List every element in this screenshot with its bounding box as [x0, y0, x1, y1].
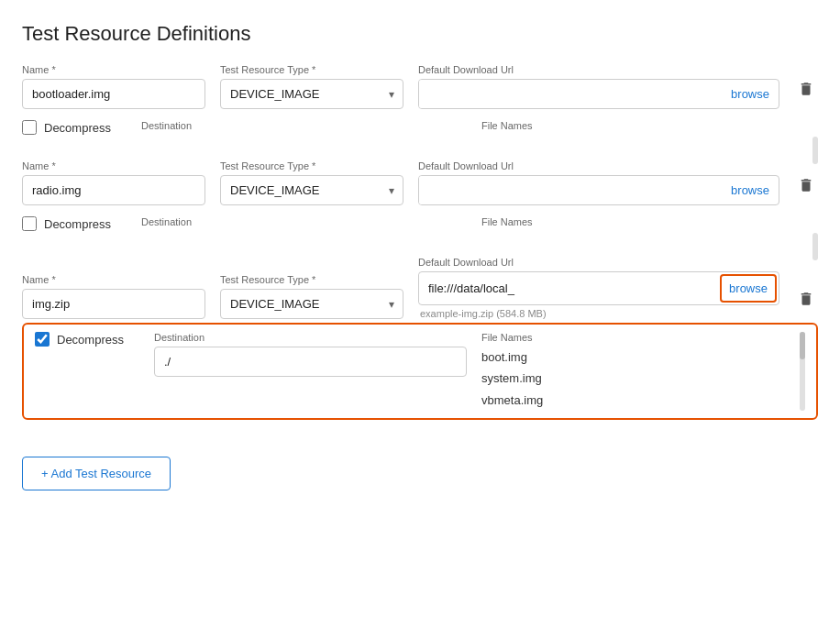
name-input-3[interactable] — [22, 289, 205, 319]
delete-btn-3[interactable] — [794, 283, 818, 319]
destination-label-2: Destination — [141, 216, 467, 227]
filename-item: vbmeta.img — [481, 390, 794, 411]
filenames-scrollbar-1[interactable] — [812, 137, 818, 164]
filenames-scrollbar-thumb-3 — [800, 332, 805, 359]
type-select-2[interactable]: DEVICE_IMAGEDEVICE_FILEDEVICE_DIR — [220, 175, 403, 205]
filenames-scrollbar-2[interactable] — [812, 233, 818, 260]
filenames-scrollbar-3[interactable] — [800, 332, 805, 411]
filename-item: system.img — [481, 368, 794, 389]
name-label-3: Name * — [22, 274, 205, 285]
url-input-2[interactable] — [419, 176, 722, 204]
url-label-1: Default Download Url — [418, 64, 779, 75]
name-group-1: Name * — [22, 64, 205, 109]
decompress-row-1: Decompress Destination File Names — [22, 113, 818, 142]
destination-area-1: Destination — [141, 120, 467, 135]
decompress-row-2: Decompress Destination File Names — [22, 209, 818, 238]
destination-label-1: Destination — [141, 120, 467, 131]
url-hint-3: example-img.zip (584.8 MB) — [418, 308, 779, 319]
filenames-area-1: File Names — [481, 120, 818, 135]
url-label-2: Default Download Url — [418, 160, 779, 171]
type-select-wrap-1: DEVICE_IMAGEDEVICE_FILEDEVICE_DIR ▾ — [220, 79, 403, 109]
browse-btn-2[interactable]: browse — [722, 176, 779, 204]
url-group-2: Default Download Url browse — [418, 160, 779, 205]
url-group-3: Default Download Url browse example-img.… — [418, 257, 779, 319]
type-group-1: Test Resource Type * DEVICE_IMAGEDEVICE_… — [220, 64, 403, 109]
name-label-2: Name * — [22, 160, 205, 171]
url-group-1: Default Download Url browse — [418, 64, 779, 109]
filenames-label-1: File Names — [481, 120, 807, 131]
url-input-3[interactable] — [419, 274, 718, 303]
destination-label-3: Destination — [154, 332, 467, 343]
decompress-label-3: Decompress — [57, 333, 124, 347]
resource-row-3: Name * Test Resource Type * DEVICE_IMAGE… — [22, 257, 818, 319]
decompress-check-area-3: Decompress — [35, 332, 154, 347]
destination-input-3[interactable] — [154, 347, 467, 377]
filenames-area-3: File Names boot.imgsystem.imgvbmeta.img — [481, 332, 805, 411]
decompress-checkbox-2[interactable] — [22, 216, 37, 231]
name-input-2[interactable] — [22, 175, 205, 205]
name-input-1[interactable] — [22, 79, 205, 109]
browse-btn-3[interactable]: browse — [720, 274, 777, 303]
decompress-check-area-1: Decompress — [22, 120, 141, 135]
delete-btn-2[interactable] — [794, 170, 818, 205]
type-group-2: Test Resource Type * DEVICE_IMAGEDEVICE_… — [220, 160, 403, 205]
filenames-list-3: boot.imgsystem.imgvbmeta.img — [481, 347, 794, 411]
destination-area-3: Destination — [154, 332, 467, 377]
browse-btn-1[interactable]: browse — [722, 80, 779, 108]
resource-block-2: Name * Test Resource Type * DEVICE_IMAGE… — [22, 160, 818, 249]
decompress-check-area-2: Decompress — [22, 216, 141, 231]
type-select-3[interactable]: DEVICE_IMAGEDEVICE_FILEDEVICE_DIR — [220, 289, 403, 319]
filenames-label-3: File Names — [481, 332, 794, 343]
name-group-3: Name * — [22, 274, 205, 319]
type-label-2: Test Resource Type * — [220, 160, 403, 171]
decompress-label-1: Decompress — [44, 121, 111, 135]
decompress-row-3: Decompress Destination File Names boot.i… — [22, 323, 818, 420]
filenames-area-2: File Names — [481, 216, 818, 231]
resource-row-1: Name * Test Resource Type * DEVICE_IMAGE… — [22, 64, 818, 109]
decompress-checkbox-3[interactable] — [35, 332, 50, 347]
url-label-3: Default Download Url — [418, 257, 779, 268]
decompress-label-2: Decompress — [44, 217, 111, 231]
type-label-1: Test Resource Type * — [220, 64, 403, 75]
resource-block-1: Name * Test Resource Type * DEVICE_IMAGE… — [22, 64, 818, 153]
type-select-1[interactable]: DEVICE_IMAGEDEVICE_FILEDEVICE_DIR — [220, 79, 403, 109]
url-row-3: browse — [418, 271, 779, 305]
delete-btn-1[interactable] — [794, 73, 818, 109]
resource-row-2: Name * Test Resource Type * DEVICE_IMAGE… — [22, 160, 818, 205]
type-select-wrap-3: DEVICE_IMAGEDEVICE_FILEDEVICE_DIR ▾ — [220, 289, 403, 319]
resource-block-3: Name * Test Resource Type * DEVICE_IMAGE… — [22, 257, 818, 431]
type-select-wrap-2: DEVICE_IMAGEDEVICE_FILEDEVICE_DIR ▾ — [220, 175, 403, 205]
filenames-label-2: File Names — [481, 216, 807, 227]
page-title: Test Resource Definitions — [22, 22, 818, 46]
name-label-1: Name * — [22, 64, 205, 75]
filename-item: boot.img — [481, 347, 794, 368]
url-row-2: browse — [418, 175, 779, 205]
destination-area-2: Destination — [141, 216, 467, 231]
url-input-1[interactable] — [419, 80, 722, 108]
type-label-3: Test Resource Type * — [220, 274, 403, 285]
resources-container: Name * Test Resource Type * DEVICE_IMAGE… — [22, 64, 818, 431]
add-test-resource-button[interactable]: + Add Test Resource — [22, 457, 171, 490]
type-group-3: Test Resource Type * DEVICE_IMAGEDEVICE_… — [220, 274, 403, 319]
name-group-2: Name * — [22, 160, 205, 205]
url-row-1: browse — [418, 79, 779, 109]
decompress-checkbox-1[interactable] — [22, 120, 37, 135]
